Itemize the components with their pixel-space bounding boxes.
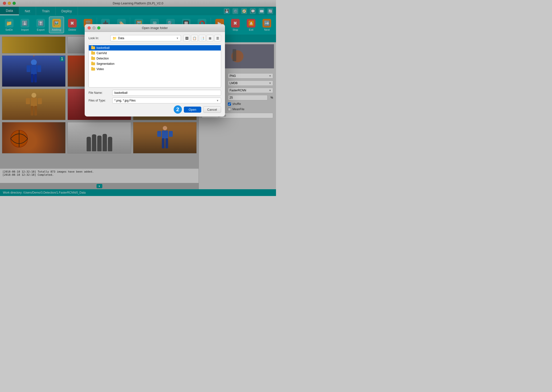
open-button[interactable]: Open bbox=[184, 107, 201, 113]
dialog-actions: 2 Open Cancel bbox=[89, 105, 221, 114]
file-item-detection[interactable]: Detection bbox=[89, 56, 221, 61]
dialog-view-btn-1[interactable]: 🖼 bbox=[183, 35, 190, 42]
look-in-chevron: ▼ bbox=[176, 37, 179, 40]
dialog-body: Look In: 📁 Data ▼ 🖼 📋 📑 ⊞ ☰ bbox=[85, 32, 225, 116]
file-name-label: File Name: bbox=[89, 91, 110, 94]
file-item-segmentation[interactable]: Segmentation bbox=[89, 61, 221, 66]
dialog-view-controls: 🖼 📋 📑 ⊞ ☰ bbox=[183, 35, 221, 42]
folder-icon-detection bbox=[91, 57, 95, 60]
folder-icon-segmentation bbox=[91, 62, 95, 65]
open-image-folder-dialog: Open image folder Look In: 📁 Data ▼ 🖼 📋 … bbox=[85, 24, 225, 116]
dialog-view-btn-5[interactable]: ☰ bbox=[214, 35, 221, 42]
file-item-camvid[interactable]: CamVid bbox=[89, 51, 221, 56]
file-item-basketball[interactable]: basketball bbox=[89, 45, 221, 51]
file-item-label: basketball bbox=[97, 46, 110, 50]
look-in-row: Look In: 📁 Data ▼ 🖼 📋 📑 ⊞ ☰ bbox=[89, 35, 221, 42]
look-in-combo[interactable]: 📁 Data ▼ bbox=[110, 35, 181, 41]
files-type-row: Files of Type: *.png, *.jpg Files ▼ bbox=[89, 98, 221, 103]
files-type-chevron: ▼ bbox=[216, 99, 219, 102]
files-type-label: Files of Type: bbox=[89, 99, 110, 102]
look-in-label: Look In: bbox=[89, 36, 108, 40]
dialog-view-btn-3[interactable]: 📑 bbox=[199, 35, 206, 42]
look-in-value: Data bbox=[118, 36, 124, 40]
cancel-button[interactable]: Cancel bbox=[203, 106, 221, 113]
dialog-view-btn-4[interactable]: ⊞ bbox=[207, 35, 213, 42]
folder-icon-video bbox=[91, 68, 95, 71]
dialog-view-btn-2[interactable]: 📋 bbox=[191, 35, 198, 42]
files-type-value: *.png, *.jpg Files bbox=[114, 99, 135, 102]
file-item-label: Detection bbox=[97, 57, 109, 60]
dialog-overlay: Open image folder Look In: 📁 Data ▼ 🖼 📋 … bbox=[0, 0, 276, 196]
folder-icon-camvid bbox=[91, 52, 95, 55]
dialog-title: Open image folder bbox=[142, 26, 168, 30]
file-name-row: File Name: bbox=[89, 90, 221, 96]
folder-icon-basketball bbox=[91, 46, 95, 49]
file-list: basketball CamVid Detection Segmentation… bbox=[89, 44, 221, 87]
dialog-close-button[interactable] bbox=[88, 26, 91, 29]
folder-icon-lookin: 📁 bbox=[112, 36, 117, 40]
file-item-label: Segmentation bbox=[97, 62, 114, 65]
file-item-label: Video bbox=[97, 67, 104, 71]
dialog-titlebar: Open image folder bbox=[85, 24, 225, 32]
dialog-window-controls[interactable] bbox=[88, 26, 100, 29]
file-name-input[interactable] bbox=[112, 90, 221, 96]
files-type-select[interactable]: *.png, *.jpg Files ▼ bbox=[112, 98, 221, 103]
dialog-min-button[interactable] bbox=[92, 26, 96, 29]
dialog-max-button[interactable] bbox=[97, 26, 100, 29]
step2-badge: 2 bbox=[174, 105, 182, 114]
file-item-video[interactable]: Video bbox=[89, 66, 221, 72]
file-item-label: CamVid bbox=[97, 51, 107, 55]
